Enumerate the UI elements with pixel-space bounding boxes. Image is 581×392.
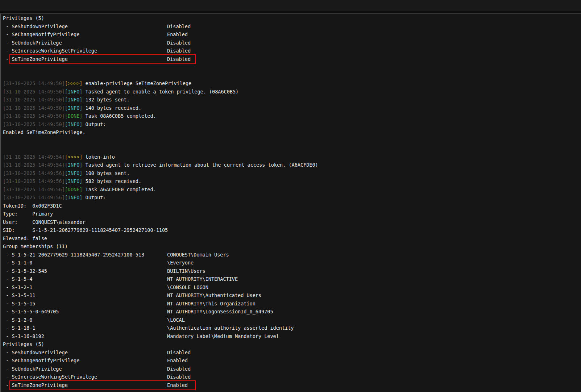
console-line: - S-1-1-0\Everyone <box>1 259 581 267</box>
log-message: 582 bytes received. <box>82 178 141 184</box>
log-tag: [INFO] <box>65 170 83 176</box>
console-line: Privileges (5) <box>1 340 581 349</box>
entry-label: - S-1-5-32-545 <box>3 268 47 274</box>
console-line: Elevated: false <box>1 234 581 243</box>
log-tag: [INFO] <box>65 195 83 200</box>
console-text: Elevated: false <box>3 235 47 241</box>
entry-label: - S-1-2-0 <box>3 317 32 323</box>
log-message: Tasked agent to enable a token privilege… <box>82 89 238 95</box>
console-line: Type: Primary <box>1 210 581 218</box>
console-line <box>1 63 581 71</box>
console-line: [31-10-2025 14:49:50][INFO] Output: <box>1 120 581 129</box>
entry-value: Mandatory Label\Medium Mandatory Level <box>167 332 279 341</box>
console-text: SID: S-1-5-21-2062779629-1118245407-2952… <box>3 227 168 233</box>
console-line: TokenID: 0x002F3D1C <box>1 202 581 210</box>
entry-label: - SeTimeZonePrivilege <box>3 382 68 388</box>
console-line: Enabled SeTimeZonePrivilege. <box>1 128 581 137</box>
entry-value: NT AUTHORITY\LogonSessionId_0_649705 <box>167 308 273 316</box>
console-line: - SeChangeNotifyPrivilegeEnabled <box>1 30 581 39</box>
log-tag: [INFO] <box>65 97 83 103</box>
log-timestamp: [31-10-2025 14:49:54] <box>3 154 65 160</box>
entry-label: - SeIncreaseWorkingSetPrivilege <box>3 48 97 54</box>
console-line: - S-1-5-11NT AUTHORITY\Authenticated Use… <box>1 291 581 300</box>
log-tag: [>>>>] <box>65 80 83 86</box>
console-line: [31-10-2025 14:49:50][INFO] 132 bytes se… <box>1 96 581 104</box>
log-message: 100 bytes sent. <box>82 170 129 176</box>
console-line: [31-10-2025 14:49:50][INFO] 140 bytes re… <box>1 104 581 112</box>
console-text: Privileges (5) <box>3 341 44 347</box>
log-message: 140 bytes received. <box>82 105 141 111</box>
entry-value: Disabled <box>167 365 191 373</box>
console-line <box>1 71 581 80</box>
log-timestamp: [31-10-2025 14:49:50] <box>3 105 65 111</box>
console-text: TokenID: 0x002F3D1C <box>3 203 62 209</box>
console-line: [31-10-2025 14:49:54][>>>>] token-info <box>1 153 581 161</box>
console-text: Enabled SeTimeZonePrivilege. <box>3 129 86 135</box>
entry-label: - SeTimeZonePrivilege <box>3 56 68 62</box>
entry-label: - S-1-5-21-2062779629-1118245407-2952427… <box>3 252 144 258</box>
log-tag: [INFO] <box>65 105 83 111</box>
console-line: - SeTimeZonePrivilegeEnabled <box>1 381 581 389</box>
entry-value: \Everyone <box>167 259 194 267</box>
session-titlebar[interactable]: CONQUEST\alexander@CLIENT01.conquest.loc… <box>0 0 581 11</box>
console-line: - SeTimeZonePrivilegeDisabled <box>1 55 581 63</box>
log-timestamp: [31-10-2025 14:49:56] <box>3 178 65 184</box>
log-timestamp: [31-10-2025 14:49:50] <box>3 97 65 103</box>
entry-value: Disabled <box>167 55 191 63</box>
log-timestamp: [31-10-2025 14:49:56] <box>3 170 65 176</box>
log-tag: [INFO] <box>65 121 83 127</box>
entry-value: NT AUTHORITY\Authenticated Users <box>167 291 261 300</box>
log-message: Tasked agent to retrieve information abo… <box>82 162 318 168</box>
console-line: [31-10-2025 14:49:56][INFO] 582 bytes re… <box>1 177 581 185</box>
entry-label: - S-1-16-8192 <box>3 333 44 339</box>
entry-label: - S-1-2-1 <box>3 284 32 290</box>
entry-value: Disabled <box>167 373 191 381</box>
entry-value: Enabled <box>167 30 188 39</box>
console-line: - S-1-5-32-545BUILTIN\Users <box>1 267 581 275</box>
entry-label: - SeIncreaseWorkingSetPrivilege <box>3 374 97 380</box>
console-line: [31-10-2025 14:49:54][INFO] Tasked agent… <box>1 161 581 169</box>
console-line <box>1 145 581 153</box>
console-line: - SeUndockPrivilegeDisabled <box>1 365 581 373</box>
console-line: - S-1-5-4NT AUTHORITY\INTERACTIVE <box>1 275 581 283</box>
entry-label: - S-1-1-0 <box>3 260 32 266</box>
entry-value: NT AUTHORITY\INTERACTIVE <box>167 275 238 283</box>
console-line: [31-10-2025 14:49:50][>>>>] enable-privi… <box>1 79 581 88</box>
console-line: SID: S-1-5-21-2062779629-1118245407-2952… <box>1 226 581 234</box>
console-line: - S-1-18-1\Authentication authority asse… <box>1 324 581 332</box>
console-line: - S-1-5-21-2062779629-1118245407-2952427… <box>1 251 581 259</box>
log-tag: [DONE] <box>65 187 83 192</box>
entry-value: \Authentication authority asserted ident… <box>167 324 294 332</box>
log-message: Output: <box>82 121 106 127</box>
log-message: Task 08A6C0B5 completed. <box>82 113 156 119</box>
console-line: - SeShutdownPrivilegeDisabled <box>1 349 581 357</box>
entry-value: Disabled <box>167 47 191 55</box>
console-line: - SeIncreaseWorkingSetPrivilegeDisabled <box>1 47 581 55</box>
entry-label: - S-1-18-1 <box>3 325 35 331</box>
entry-value: \LOCAL <box>167 316 185 324</box>
console-line: - S-1-16-8192Mandatory Label\Medium Mand… <box>1 332 581 341</box>
console-output-pane[interactable]: Privileges (5) - SeShutdownPrivilegeDisa… <box>0 13 581 392</box>
entry-label: - S-1-5-11 <box>3 292 35 298</box>
console-line: - S-1-2-0\LOCAL <box>1 316 581 324</box>
entry-label: - SeShutdownPrivilege <box>3 24 68 29</box>
log-message: enable-privilege SeTimeZonePrivilege <box>82 80 191 86</box>
log-timestamp: [31-10-2025 14:49:54] <box>3 162 65 168</box>
console-line <box>1 137 581 145</box>
console-line: - SeIncreaseWorkingSetPrivilegeDisabled <box>1 373 581 381</box>
entry-value: Enabled <box>167 356 188 365</box>
log-message: Task A6ACFDE0 completed. <box>82 187 156 192</box>
console-line: Privileges (5) <box>1 14 581 22</box>
log-message: token-info <box>82 154 115 160</box>
console-line: [31-10-2025 14:49:56][INFO] 100 bytes se… <box>1 169 581 178</box>
entry-label: - S-1-5-4 <box>3 276 32 282</box>
entry-value: \CONSOLE LOGON <box>167 283 208 292</box>
entry-label: - S-1-5-5-0-649705 <box>3 309 59 314</box>
log-tag: [>>>>] <box>65 154 83 160</box>
entry-label: - SeChangeNotifyPrivilege <box>3 358 79 363</box>
entry-label: - SeShutdownPrivilege <box>3 350 68 355</box>
console-line: - S-1-5-15NT AUTHORITY\This Organization <box>1 300 581 308</box>
entry-label: - S-1-5-15 <box>3 301 35 306</box>
entry-value: Disabled <box>167 39 191 47</box>
log-tag: [DONE] <box>65 113 83 119</box>
